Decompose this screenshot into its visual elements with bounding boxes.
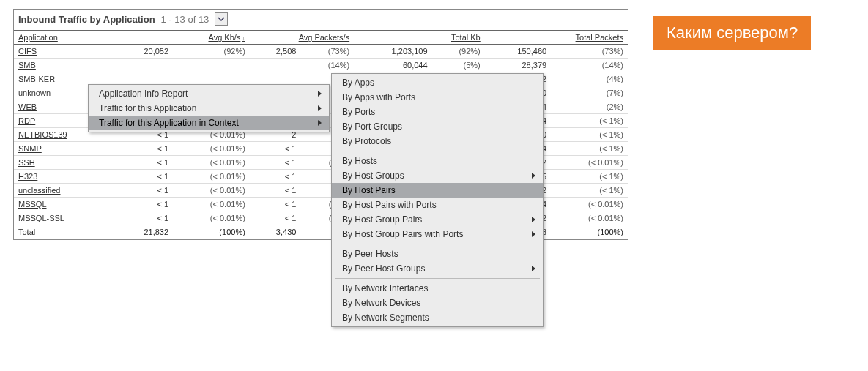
menu-item[interactable]: By Protocols: [332, 134, 543, 149]
menu-item[interactable]: By Peer Hosts: [332, 247, 543, 261]
menu-item-label: By Host Group Pairs: [342, 214, 422, 225]
menu-item[interactable]: By Peer Host Groups: [332, 261, 543, 276]
application-link[interactable]: unknown: [18, 89, 51, 97]
menu-item-label: Traffic for this Application: [99, 103, 196, 113]
menu-item-label: By Peer Host Groups: [342, 263, 425, 274]
menu-item-label: By Apps with Ports: [342, 92, 415, 102]
menu-item-label: By Network Interfaces: [342, 283, 428, 293]
menu-item[interactable]: Traffic for this Application: [89, 101, 329, 116]
application-link[interactable]: CIFS: [18, 47, 37, 56]
menu-item-label: By Protocols: [342, 136, 391, 146]
application-link[interactable]: unclassified: [18, 186, 60, 195]
application-link[interactable]: WEB: [18, 102, 37, 111]
menu-item-label: By Peer Hosts: [342, 249, 398, 259]
application-link[interactable]: SMB-KER: [18, 75, 55, 83]
menu-item[interactable]: By Host Groups: [332, 168, 543, 183]
menu-item-label: Application Info Report: [99, 89, 188, 99]
menu-item[interactable]: By Hosts: [332, 154, 543, 168]
menu-item[interactable]: By Host Pairs with Ports: [332, 198, 543, 212]
chevron-down-icon: [218, 15, 225, 23]
col-total-packets[interactable]: Total Packets: [485, 31, 628, 45]
panel-header: Inbound Traffic by Application 1 - 13 of…: [14, 10, 628, 30]
sort-indicator-icon: ↓: [242, 34, 245, 42]
menu-separator: [335, 244, 540, 244]
menu-item[interactable]: By Apps with Ports: [332, 90, 543, 105]
panel-dropdown-button[interactable]: [215, 12, 228, 26]
menu-item-label: Traffic for this Application in Context: [99, 118, 239, 128]
menu-item[interactable]: By Host Pairs: [332, 183, 543, 198]
menu-item-label: By Apps: [342, 78, 374, 88]
menu-item-label: By Ports: [342, 107, 375, 117]
context-menu-primary[interactable]: Application Info ReportTraffic for this …: [88, 84, 330, 132]
col-total-kb[interactable]: Total Kb: [354, 31, 485, 45]
application-link[interactable]: NETBIOS139: [18, 130, 67, 139]
menu-item-label: By Host Groups: [342, 170, 404, 181]
annotation-callout: Каким сервером?: [653, 16, 811, 50]
application-link[interactable]: SNMP: [18, 144, 42, 153]
application-link[interactable]: SMB: [18, 61, 36, 70]
application-link[interactable]: MSSQL: [18, 200, 47, 209]
col-avg-pps[interactable]: Avg Packets/s: [250, 31, 354, 45]
menu-separator: [335, 151, 540, 151]
menu-item[interactable]: By Host Group Pairs: [332, 212, 543, 227]
menu-item[interactable]: Application Info Report: [89, 86, 329, 101]
application-link[interactable]: RDP: [18, 116, 35, 125]
panel-title: Inbound Traffic by Application: [18, 14, 155, 25]
col-avg-kbs[interactable]: Avg Kb/s↓: [114, 31, 250, 45]
panel-count: 1 - 13 of 13: [161, 14, 209, 25]
application-link[interactable]: SSH: [18, 158, 35, 167]
menu-item-label: By Host Group Pairs with Ports: [342, 229, 463, 239]
menu-item[interactable]: By Port Groups: [332, 119, 543, 134]
menu-item[interactable]: By Network Interfaces: [332, 281, 543, 296]
menu-item[interactable]: By Network Segments: [332, 310, 543, 325]
menu-item[interactable]: By Ports: [332, 105, 543, 119]
menu-item-label: By Network Devices: [342, 298, 420, 308]
context-menu-submenu[interactable]: By AppsBy Apps with PortsBy PortsBy Port…: [331, 73, 544, 327]
table-row: SMB(14%)60,044(5%)28,379(14%): [14, 59, 628, 72]
menu-item[interactable]: By Apps: [332, 75, 543, 90]
menu-item-label: By Host Pairs with Ports: [342, 200, 437, 210]
menu-separator: [335, 278, 540, 279]
menu-item-label: By Hosts: [342, 156, 377, 166]
col-application[interactable]: Application: [14, 31, 114, 45]
menu-item[interactable]: Traffic for this Application in Context: [89, 116, 329, 130]
application-link[interactable]: MSSQL-SSL: [18, 214, 64, 222]
menu-item-label: By Host Pairs: [342, 185, 396, 195]
menu-item[interactable]: By Host Group Pairs with Ports: [332, 227, 543, 241]
menu-item-label: By Network Segments: [342, 312, 429, 323]
table-row: CIFS20,052(92%)2,508(73%)1,203,109(92%)1…: [14, 45, 628, 59]
application-link[interactable]: H323: [18, 172, 37, 181]
menu-item[interactable]: By Network Devices: [332, 296, 543, 310]
menu-item-label: By Port Groups: [342, 121, 402, 132]
